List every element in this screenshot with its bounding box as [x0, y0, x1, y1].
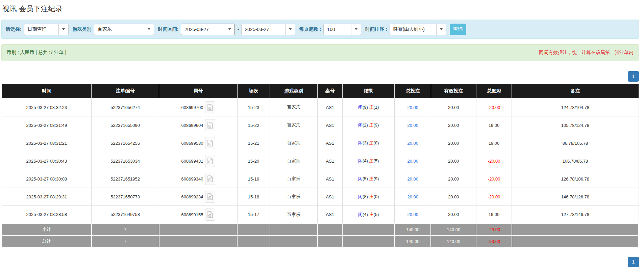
page-1-button[interactable]: 1 [628, 257, 639, 267]
bet-records-table: 时间 注单编号 局号 场次 游戏类别 桌号 结果 总投注 有效投注 总派彩 备注… [1, 84, 639, 248]
cell-valid-bet: 20.00 [431, 134, 476, 152]
cell-payout: -20.00 [476, 170, 512, 188]
game-type-select[interactable]: 百家乐 [94, 24, 154, 35]
column-header: 备注 [512, 84, 639, 99]
summary-empty [342, 236, 395, 247]
column-header: 局号 [159, 84, 238, 99]
column-header: 游戏类别 [270, 84, 318, 99]
page-size-value: 100 [324, 24, 351, 35]
cell-table-number: AS1 [318, 116, 343, 134]
game-type-label: 游戏类别 [73, 26, 92, 32]
cell-total-bet[interactable]: 20.00 [395, 206, 431, 224]
cell-total-bet[interactable]: 20.00 [395, 170, 431, 188]
video-replay-button[interactable] [205, 137, 215, 149]
cell-total-bet[interactable]: 20.00 [395, 116, 431, 134]
cell-total-bet[interactable]: 20.00 [395, 99, 431, 116]
cell-game-type: 百家乐 [270, 170, 318, 188]
cell-total-bet[interactable]: 20.00 [395, 152, 431, 170]
page-size-select[interactable]: 100 [323, 24, 361, 35]
cell-payout: -20.00 [476, 152, 512, 170]
cell-table-number: AS1 [318, 170, 343, 188]
result-player: 闲 [358, 212, 363, 217]
result-banker: 庄 [369, 176, 374, 181]
video-file-icon [207, 122, 213, 129]
time-sort-select[interactable]: 降幂(由大到小) [390, 24, 446, 35]
cell-time: 2025-03-27 08:30:08 [2, 170, 92, 188]
result-banker-score: (0) [374, 194, 379, 199]
result-banker: 庄 [369, 194, 374, 199]
round-number: 608699431 [181, 159, 203, 164]
summary-total-bet: 140.00 [395, 224, 431, 236]
result-banker: 庄 [369, 212, 374, 217]
result-player: 闲 [358, 176, 363, 181]
table-head: 时间 注单编号 局号 场次 游戏类别 桌号 结果 总投注 有效投注 总派彩 备注 [2, 84, 639, 99]
cell-game-type: 百家乐 [270, 99, 318, 116]
cell-session: 15-20 [237, 152, 270, 170]
cell-time: 2025-03-27 08:28:58 [2, 206, 92, 224]
summary-valid-bet: 140.00 [431, 236, 476, 247]
video-replay-button[interactable] [205, 101, 215, 113]
cell-payout: -20.00 [476, 188, 512, 206]
cell-total-bet[interactable]: 20.00 [395, 188, 431, 206]
chevron-down-icon [285, 24, 295, 35]
summary-empty [237, 236, 270, 247]
filter-bar: 请选择: 日期查询 游戏类别 百家乐 时间区间: 2025-03-27 ~ 20… [1, 20, 639, 39]
page-1-button[interactable]: 1 [628, 71, 639, 82]
result-player-score: (8) [363, 194, 368, 199]
result-player: 闲 [358, 122, 363, 128]
summary-empty [342, 224, 395, 236]
cell-bet-number: 522371654255 [92, 134, 159, 152]
page-size-label: 每页笔数 : [299, 26, 321, 32]
summary-payout: -23.00 [476, 224, 512, 236]
cell-bet-number: 522371653034 [92, 152, 159, 170]
video-file-icon [207, 211, 213, 218]
cell-table-number: AS1 [318, 152, 343, 170]
cell-session: 15-18 [237, 188, 270, 206]
date-from-select[interactable]: 2025-03-27 [181, 24, 235, 35]
table-row: 2025-03-27 08:29:31 522371650773 6086992… [2, 188, 639, 206]
query-mode-value: 日期查询 [24, 24, 58, 35]
pagination-bottom: 1 [1, 257, 639, 267]
video-replay-button[interactable] [205, 119, 215, 131]
cell-session: 15-23 [237, 99, 270, 116]
query-mode-select[interactable]: 日期查询 [24, 24, 69, 35]
result-banker: 庄 [369, 122, 374, 128]
video-replay-button[interactable] [205, 191, 215, 203]
cell-remark: 127.78/146.78 [512, 206, 639, 224]
cell-round-number: 608699700 [159, 99, 238, 116]
cell-bet-number: 522371655090 [92, 116, 159, 134]
cell-time: 2025-03-27 08:31:49 [2, 116, 92, 134]
summary-remark [512, 236, 639, 247]
result-player-score: (2) [363, 122, 368, 128]
cell-remark: 86.78/105.78 [512, 134, 639, 152]
round-number: 608699530 [181, 141, 203, 146]
video-file-icon [207, 175, 213, 182]
column-header: 有效投注 [431, 84, 476, 99]
column-header: 总派彩 [476, 84, 512, 99]
cell-total-bet[interactable]: 20.00 [395, 134, 431, 152]
cell-remark: 106.78/86.78 [512, 152, 639, 170]
video-replay-button[interactable] [205, 209, 215, 221]
cell-payout: 19.00 [476, 134, 512, 152]
table-row: 2025-03-27 08:30:08 522371651952 6086993… [2, 170, 639, 188]
currency-summary-text: 币别 : 人民币 | 总共 :7 注单 | [7, 50, 66, 56]
cell-time: 2025-03-27 08:31:21 [2, 134, 92, 152]
cell-game-type: 百家乐 [270, 206, 318, 224]
chevron-down-icon [225, 24, 234, 35]
result-player: 闲 [358, 158, 363, 163]
video-replay-button[interactable] [205, 155, 215, 167]
cell-remark: 146.78/126.78 [512, 188, 639, 206]
cell-valid-bet: 20.00 [431, 116, 476, 134]
video-replay-button[interactable] [205, 173, 215, 185]
cell-table-number: AS1 [318, 188, 343, 206]
round-number: 608699700 [181, 105, 203, 110]
cell-bet-number: 522371649758 [92, 206, 159, 224]
chevron-down-icon [351, 24, 361, 35]
query-button[interactable]: 查询 [450, 24, 466, 35]
game-type-value: 百家乐 [94, 24, 144, 35]
chevron-down-icon [58, 24, 68, 35]
summary-empty [270, 236, 318, 247]
date-to-select[interactable]: 2025-03-27 [241, 24, 295, 35]
round-number: 608699234 [181, 194, 203, 199]
cell-game-type: 百家乐 [270, 188, 318, 206]
